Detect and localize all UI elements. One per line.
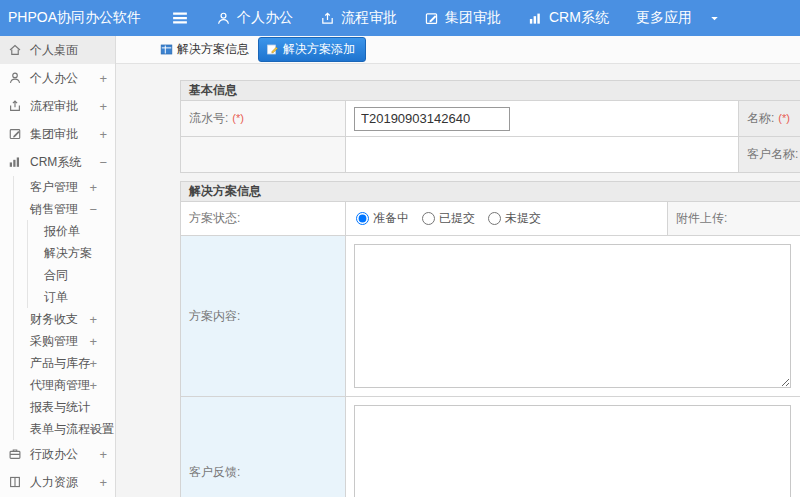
- status-radio-group: 准备中 已提交 未提交: [354, 210, 659, 227]
- sidebar-item-process-approval[interactable]: 流程审批 +: [0, 92, 115, 120]
- edit-icon: [424, 11, 439, 26]
- tab-solution-info[interactable]: 解决方案信息: [156, 38, 253, 61]
- nav-label: 个人办公: [237, 9, 293, 27]
- section-title-basic-info: 基本信息: [181, 81, 800, 101]
- nav-item-crm-system[interactable]: CRM系统: [528, 9, 609, 27]
- expand-icon[interactable]: +: [99, 447, 107, 462]
- sidebar-item-quotation[interactable]: 报价单: [0, 220, 115, 242]
- edit-icon: [8, 127, 22, 141]
- status-option-preparing[interactable]: 准备中: [356, 210, 409, 227]
- hamburger-icon: [170, 8, 190, 28]
- sidebar-item-product-inventory[interactable]: 产品与库存 +: [0, 352, 115, 374]
- status-option-submitted[interactable]: 已提交: [422, 210, 475, 227]
- attachment-label-cell: 附件上传:: [668, 202, 800, 236]
- table-icon: [160, 43, 173, 56]
- sidebar-item-customer-mgmt[interactable]: 客户管理 +: [0, 176, 115, 198]
- tab-bar: 解决方案信息 解决方案添加: [116, 36, 800, 64]
- book-icon: [8, 475, 22, 489]
- solution-content-label: 方案内容:: [189, 309, 240, 323]
- sidebar-item-form-process-settings[interactable]: 表单与流程设置 +: [0, 418, 115, 440]
- expand-icon[interactable]: +: [89, 180, 97, 195]
- expand-icon[interactable]: +: [99, 127, 107, 142]
- sidebar-item-reports-stats[interactable]: 报表与统计: [0, 396, 115, 418]
- main-content: 基本信息 流水号:(*) 名称:(*) 客户名称:(*): [116, 64, 800, 497]
- content-label-cell: 方案内容:: [181, 236, 346, 397]
- expand-icon[interactable]: +: [89, 356, 97, 371]
- hamburger-menu-button[interactable]: [170, 8, 192, 28]
- chevron-down-icon: [708, 12, 721, 25]
- radio-submitted[interactable]: [422, 212, 435, 225]
- sidebar-item-personal-office[interactable]: 个人办公 +: [0, 64, 115, 92]
- top-navigation: 个人办公 流程审批 集团审批 CRM系统 更多应用: [216, 9, 721, 27]
- collapse-icon[interactable]: −: [99, 155, 107, 170]
- section-title-solution-info: 解决方案信息: [181, 182, 800, 202]
- sidebar-item-contract[interactable]: 合同: [0, 264, 115, 286]
- sidebar-item-admin-office[interactable]: 行政办公 +: [0, 440, 115, 468]
- solution-info-table: 解决方案信息 方案状态: 准备中 已提交: [180, 181, 800, 497]
- expand-icon[interactable]: +: [89, 312, 97, 327]
- sidebar: 个人桌面 个人办公 + 流程审批 + 集团审批 + CRM系统 − 客户管理 +…: [0, 36, 116, 497]
- bar-chart-icon: [528, 11, 543, 26]
- user-icon: [216, 11, 231, 26]
- feedback-label-cell: 客户反馈:: [181, 397, 346, 497]
- customer-name-label: 客户名称:: [747, 147, 798, 161]
- serial-number-label: 流水号:: [189, 111, 228, 125]
- customer-feedback-label: 客户反馈:: [189, 465, 240, 479]
- serial-number-input[interactable]: [354, 107, 510, 131]
- nav-item-group-approval[interactable]: 集团审批: [424, 9, 501, 27]
- status-label-cell: 方案状态:: [181, 202, 346, 236]
- status-field-cell: 准备中 已提交 未提交: [346, 202, 668, 236]
- status-option-unsubmitted[interactable]: 未提交: [488, 210, 541, 227]
- status-label: 方案状态:: [189, 211, 240, 225]
- expand-icon[interactable]: +: [99, 71, 107, 86]
- nav-label: CRM系统: [549, 9, 609, 27]
- sidebar-item-group-approval[interactable]: 集团审批 +: [0, 120, 115, 148]
- nav-label: 流程审批: [341, 9, 397, 27]
- nav-item-more-apps[interactable]: 更多应用: [636, 9, 721, 27]
- sidebar-item-crm-system[interactable]: CRM系统 −: [0, 148, 115, 176]
- solution-add-form: 基本信息 流水号:(*) 名称:(*) 客户名称:(*): [180, 80, 800, 497]
- customer-feedback-textarea[interactable]: [354, 405, 791, 497]
- tab-label: 解决方案信息: [177, 41, 249, 58]
- nav-label: 集团审批: [445, 9, 501, 27]
- sidebar-item-finance[interactable]: 财务收支 +: [0, 308, 115, 330]
- expand-icon[interactable]: +: [89, 334, 97, 349]
- sidebar-item-solution[interactable]: 解决方案: [0, 242, 115, 264]
- workflow-icon: [8, 99, 22, 113]
- sidebar-item-order[interactable]: 订单: [0, 286, 115, 308]
- sidebar-item-purchase-mgmt[interactable]: 采购管理 +: [0, 330, 115, 352]
- tab-label: 解决方案添加: [283, 41, 355, 58]
- edit-document-icon: [266, 43, 279, 56]
- collapse-icon[interactable]: −: [89, 202, 97, 217]
- nav-item-process-approval[interactable]: 流程审批: [320, 9, 397, 27]
- solution-content-textarea[interactable]: [354, 244, 791, 388]
- name-label-cell: 名称:(*): [739, 101, 800, 137]
- sidebar-item-sales-mgmt[interactable]: 销售管理 −: [0, 198, 115, 220]
- top-app-bar: PHPOA协同办公软件 个人办公 流程审批 集团审批 CRM系统 更多应用: [0, 0, 800, 36]
- radio-preparing[interactable]: [356, 212, 369, 225]
- empty-field-cell: [346, 137, 739, 173]
- tab-solution-add[interactable]: 解决方案添加: [258, 37, 366, 62]
- attachment-upload-label: 附件上传:: [676, 211, 727, 225]
- bar-chart-icon: [8, 155, 22, 169]
- sidebar-item-hr[interactable]: 人力资源 +: [0, 468, 115, 496]
- expand-icon[interactable]: +: [99, 475, 107, 490]
- home-icon: [8, 43, 22, 57]
- radio-unsubmitted[interactable]: [488, 212, 501, 225]
- app-logo-title: PHPOA协同办公软件: [0, 9, 158, 27]
- briefcase-icon: [8, 447, 22, 461]
- serial-number-label-cell: 流水号:(*): [181, 101, 346, 137]
- expand-icon[interactable]: +: [89, 378, 97, 393]
- workflow-icon: [320, 11, 335, 26]
- required-mark: (*): [232, 112, 244, 124]
- content-field-cell: [346, 236, 800, 397]
- required-mark: (*): [778, 112, 790, 124]
- expand-icon[interactable]: +: [99, 99, 107, 114]
- nav-label: 更多应用: [636, 9, 692, 27]
- serial-number-field-cell: [346, 101, 739, 137]
- sidebar-item-personal-desktop[interactable]: 个人桌面: [0, 36, 115, 64]
- nav-item-personal-office[interactable]: 个人办公: [216, 9, 293, 27]
- sidebar-item-agent-mgmt[interactable]: 代理商管理 +: [0, 374, 115, 396]
- expand-icon[interactable]: +: [89, 422, 97, 437]
- feedback-field-cell: [346, 397, 800, 497]
